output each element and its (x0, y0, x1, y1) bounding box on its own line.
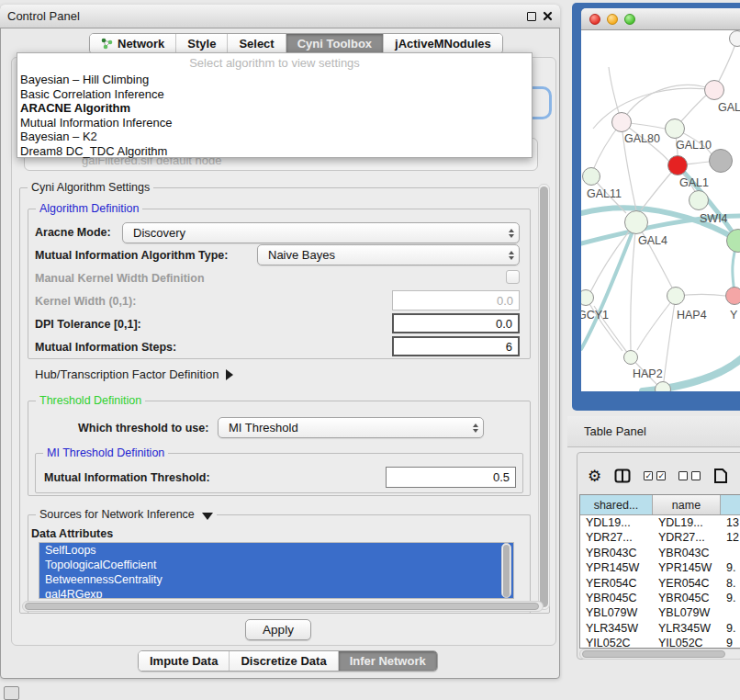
algorithm-option-dream8-dc-tdc-algorithm[interactable]: Dream8 DC_TDC Algorithm (17, 144, 532, 159)
node-hap2[interactable] (623, 350, 638, 365)
attributes-list-scrollbar[interactable] (501, 543, 511, 598)
table-cell: YLR345W (580, 621, 653, 636)
manual-kernel-checkbox[interactable] (506, 270, 520, 284)
node[interactable] (655, 381, 671, 391)
node-gal80[interactable] (611, 112, 632, 132)
tab-label: Style (187, 37, 216, 51)
collapsed-arrow-icon (226, 369, 233, 380)
algorithm-option-basic-correlation-inference[interactable]: Basic Correlation Inference (17, 87, 532, 102)
float-window-icon[interactable] (527, 12, 536, 21)
data-attributes-list[interactable]: SelfLoopsTopologicalCoefficientBetweenne… (39, 542, 514, 599)
mi-threshold-field[interactable]: 0.5 (386, 467, 516, 488)
settings-scrollbar[interactable] (538, 184, 550, 610)
column-header-a[interactable]: A (721, 495, 740, 514)
table-row[interactable]: YBR043CYBR043C (580, 546, 740, 560)
gear-icon[interactable]: ⚙ (588, 469, 601, 484)
table-cell: YDR27... (580, 530, 653, 545)
table-row[interactable]: YPR145WYPR145W9. (580, 560, 740, 575)
dpi-tolerance-field[interactable]: 0.0 (392, 313, 520, 333)
node-table[interactable]: shared...nameA YDL19...YDL19...13YDR27..… (579, 494, 740, 649)
table-row[interactable]: YBR045CYBR045C9. (580, 591, 740, 605)
attribute-item-selfloops[interactable]: SelfLoops (39, 543, 513, 558)
manual-kernel-label: Manual Kernel Width Definition (35, 272, 205, 285)
apply-button[interactable]: Apply (245, 619, 311, 640)
tab-label: Impute Data (150, 654, 218, 668)
node-gal4[interactable] (624, 210, 648, 234)
table-cell: YLR345W (653, 621, 721, 636)
split-columns-icon[interactable] (614, 469, 631, 483)
table-cell: YBL079W (580, 605, 653, 620)
tab-select[interactable]: Select (228, 34, 286, 53)
table-row[interactable]: YDR27...YDR27...12 (580, 530, 740, 545)
algorithm-dropdown-popup: Select algorithm to view settings Bayesi… (17, 52, 533, 158)
stepper-icon (471, 423, 479, 433)
mi-steps-label: Mutual Information Steps: (35, 341, 176, 354)
algorithm-placeholder: Select algorithm to view settings (17, 53, 532, 73)
table-row[interactable]: YLR345WYLR345W9. (580, 621, 740, 636)
table-cell (721, 546, 740, 560)
zoom-traffic-light-icon[interactable] (624, 14, 635, 25)
settings-hscrollbar[interactable] (22, 601, 544, 612)
tab-network[interactable]: Network (90, 34, 176, 53)
node-gal[interactable] (704, 80, 724, 100)
attribute-item-betweennesscentrality[interactable]: BetweennessCentrality (39, 572, 513, 587)
algorithm-option-mutual-information-inference[interactable]: Mutual Information Inference (17, 116, 532, 130)
sources-title-row[interactable]: Sources for Network Inference (36, 508, 217, 521)
mi-steps-field[interactable]: 6 (392, 336, 520, 356)
close-icon[interactable] (543, 11, 553, 21)
node-hap4[interactable] (667, 287, 685, 305)
node-gal10[interactable] (665, 119, 685, 139)
table-row[interactable]: YDL19...YDL19...13 (580, 515, 740, 530)
tab-jactivemnodules[interactable]: jActiveMNodules (384, 34, 502, 53)
network-window-titlebar[interactable] (581, 8, 740, 30)
close-traffic-light-icon[interactable] (589, 14, 600, 25)
node-swi4[interactable] (689, 190, 709, 210)
table-cell: 12 (721, 530, 740, 545)
control-panel-titlebar[interactable]: Control Panel (0, 5, 560, 28)
tab-style[interactable]: Style (176, 34, 228, 53)
node[interactable] (729, 30, 740, 47)
column-header-name[interactable]: name (653, 495, 721, 514)
which-threshold-combo[interactable]: MI Threshold (218, 417, 484, 438)
table-row[interactable]: YIL052CYIL052C9 (580, 636, 740, 649)
table-cell: YER054C (653, 576, 721, 591)
kernel-width-field[interactable]: 0.0 (392, 290, 520, 310)
tab-label: Infer Network (350, 654, 426, 668)
node-gal1[interactable] (667, 155, 688, 175)
hub-section-toggle[interactable]: Hub/Transcription Factor Definition (35, 367, 233, 381)
mi-type-combo[interactable]: Naive Bayes (257, 244, 520, 265)
node-gal11[interactable] (582, 167, 600, 186)
algorithm-option-bayesian-k2[interactable]: Bayesian – K2 (17, 130, 532, 144)
mode-tab-impute-data[interactable]: Impute Data (139, 651, 230, 671)
table-toolbar: ⚙ ✓✓ (588, 464, 740, 488)
select-all-columns-icon[interactable]: ✓✓ (644, 471, 666, 480)
kernel-width-label: Kernel Width (0,1): (35, 295, 136, 308)
table-hscrollbar[interactable] (579, 649, 740, 660)
table-panel-header: Table Panel (567, 416, 740, 447)
table-cell: YBR043C (580, 546, 653, 560)
mode-tab-infer-network[interactable]: Infer Network (339, 651, 437, 671)
node-label-gal: GAL (718, 101, 740, 114)
aracne-mode-combo[interactable]: Discovery (122, 222, 520, 243)
table-row[interactable]: YER054CYER054C8. (580, 576, 740, 591)
attribute-item-topologicalcoefficient[interactable]: TopologicalCoefficient (39, 558, 513, 572)
algorithm-option-bayesian-hill-climbing[interactable]: Bayesian – Hill Climbing (17, 73, 532, 87)
node[interactable] (709, 149, 733, 173)
unselect-all-columns-icon[interactable] (678, 471, 701, 480)
table-cell: YBL079W (653, 605, 721, 620)
minimized-panel-icon[interactable] (4, 686, 19, 700)
aracne-mode-label: Aracne Mode: (35, 226, 111, 239)
column-header-shared[interactable]: shared... (580, 495, 653, 514)
node-y[interactable] (725, 287, 740, 305)
table-row[interactable]: YBL079WYBL079W (580, 605, 740, 620)
new-table-icon[interactable] (713, 468, 728, 484)
node-label-gal11: GAL11 (587, 187, 622, 200)
network-canvas[interactable]: GALGAL80GAL10GAL1GAL11SWI4GAL4HAP4YGCY1H… (581, 30, 740, 391)
algorithm-option-aracne-algorithm[interactable]: ARACNE Algorithm (17, 101, 532, 116)
mi-threshold-group-title: MI Threshold Definition (43, 446, 168, 459)
mode-tab-discretize-data[interactable]: Discretize Data (230, 651, 338, 671)
minimize-traffic-light-icon[interactable] (607, 14, 618, 25)
tab-cyni-toolbox[interactable]: Cyni Toolbox (286, 34, 384, 53)
attribute-item-gal4rgexp[interactable]: gal4RGexp (39, 587, 513, 599)
stepper-icon (507, 251, 515, 260)
